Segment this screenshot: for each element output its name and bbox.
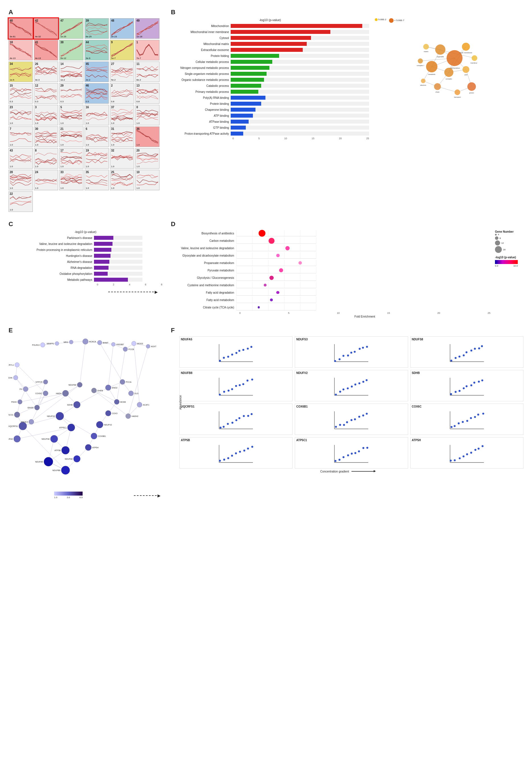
b-bar-fill (231, 30, 330, 34)
b-bar-track (231, 78, 369, 82)
b-bar-label: GTP binding (171, 126, 231, 129)
f-scatter-cell: NDUFB8 (180, 370, 292, 401)
d-dot-circle (264, 284, 267, 287)
network-node-label: metabolic (428, 74, 435, 75)
f-scatter-cell: SDHB (410, 370, 523, 401)
d-legend: Gene Number 481216 -log10 (p-value) 0.0 … (495, 230, 523, 318)
c-bar-fill (94, 254, 111, 258)
d-dot-row: Biosynthesis of antibiotics (171, 230, 490, 236)
f-scatter-dot (450, 393, 452, 395)
cluster-pval: 1e-5 (10, 79, 14, 81)
f-scatter-dot (454, 459, 456, 461)
e-network-node-label: GLS (135, 392, 138, 394)
b-bar-fill (231, 72, 266, 76)
f-scatter-dot (219, 393, 221, 395)
cluster-pval: 1e-7 (111, 57, 116, 60)
e-network-edge (20, 393, 66, 402)
cluster-cell-13: 130.8 (135, 83, 160, 104)
b-bar-label: Chaperone binding (171, 108, 231, 111)
c-bar-track (94, 248, 142, 252)
network-node-label: ATP (464, 74, 467, 76)
b-bar-label: Single-organism metabolic process (171, 72, 231, 76)
e-network-node (77, 382, 82, 387)
f-scatter-dot (219, 360, 221, 362)
f-scatter-title: ATP5C1 (296, 438, 406, 442)
f-scatter-dot (474, 348, 476, 350)
f-scatter-dot (478, 348, 480, 350)
e-network-node (43, 380, 48, 384)
cluster-cell-22: 221.0 (9, 191, 33, 212)
d-dot-row: Propanoate metabolism (171, 260, 490, 266)
f-scatter-dot (470, 417, 472, 419)
c-x-axis: 0 2 4 6 8 (97, 283, 162, 286)
cluster-cell-27: 275e-2 (110, 62, 134, 82)
f-scatter-dot (458, 422, 460, 424)
cluster-pval: 0.8 (111, 100, 114, 103)
c-bar-fill (94, 248, 111, 252)
b-bar-track (231, 90, 369, 94)
panel-d: D Biosynthesis of antibioticsCarbon meta… (165, 218, 526, 321)
b-bar-fill (231, 24, 362, 28)
f-scatter-dot (339, 358, 340, 360)
b-bar-label: Catabolic process (171, 84, 231, 87)
e-network-edge (100, 343, 123, 382)
e-network-node-label: ATP5B (54, 449, 61, 451)
legend-dot-small (375, 18, 378, 21)
b-bar-track (231, 108, 369, 112)
cluster-num: 43 (10, 149, 13, 152)
e-network-node (137, 402, 142, 407)
legend-dot-large (389, 18, 394, 23)
f-scatter-svg (296, 442, 406, 465)
e-network-node-label: PDXK (9, 377, 13, 379)
f-scatter-title: COX6C (412, 405, 522, 408)
cluster-num: 34 (10, 62, 13, 66)
b-bar-label: ATPase binding (171, 120, 231, 123)
cluster-num: 38 (60, 41, 64, 44)
panel-a: A 403e-61424e-32471e-25396e-25482e-23491… (6, 6, 165, 215)
b-x-axis: 0 5 10 15 20 25 (233, 137, 369, 140)
cluster-cell-43: 431.0 (9, 148, 33, 169)
f-scatter-svg (296, 375, 406, 398)
e-network-node-label: ENO2 (112, 387, 117, 389)
e-network-node (146, 344, 150, 348)
cluster-cell-3: 31.0 (34, 105, 58, 125)
f-scatter-dot (458, 356, 460, 358)
f-scatter-cell: NDUFV2 (295, 370, 408, 401)
f-scatter-dot (220, 426, 222, 428)
e-network-node-label: COX5C (35, 392, 42, 394)
d-dot-row: Carbon metabolism (171, 238, 490, 244)
f-scatter-svg (296, 342, 406, 364)
e-network-node (74, 455, 80, 462)
e-network-node (114, 399, 119, 404)
f-outer: Abundance NDUFA5NDUFS3NDUFS8NDUFB8NDUFV2… (171, 337, 523, 473)
e-network-node-label: UQCRFS1 (9, 425, 18, 427)
panel-d-label: D (171, 221, 523, 228)
e-network-node-label: NDUFV2 (104, 424, 112, 426)
b-bar-label: Nitrogen compound metabolic process (171, 66, 231, 70)
e-network-node (91, 433, 97, 439)
f-scatter-dot (228, 389, 230, 391)
cluster-pval: 2e-12 (60, 57, 66, 60)
b-bar-fill (231, 42, 307, 46)
d-dot-track (237, 230, 316, 236)
d-dot-label: Glycolysis / Gluconeogenesis (171, 276, 237, 280)
f-scatter-dot (342, 456, 344, 458)
cluster-num: 29 (60, 84, 64, 87)
cluster-pval: 2e-23 (111, 35, 117, 38)
c-bar-fill (94, 236, 113, 240)
f-scatter-dot (243, 450, 245, 452)
e-network-node-label: BHMT (103, 342, 109, 344)
b-bar-row: Cellular metabolic process (171, 59, 369, 64)
e-network-node (44, 457, 53, 466)
b-bar-row: Extracellular exosome (171, 47, 369, 52)
b-bar-row: Mitochondrion (171, 23, 369, 28)
f-scatter-dot (366, 447, 368, 449)
b-bar-label: Mitochondrial inner membrane (171, 30, 231, 34)
f-scatter-dot (354, 383, 356, 385)
cluster-pval: 4e-13 (10, 57, 15, 60)
network-node-label: organelle (437, 56, 444, 58)
cluster-pval: 1.0 (10, 122, 13, 125)
b-bar-fill (231, 120, 249, 124)
cluster-num: 33 (60, 171, 64, 174)
b-bar-chart: MitochondrionMitochondrial inner membran… (171, 23, 369, 136)
